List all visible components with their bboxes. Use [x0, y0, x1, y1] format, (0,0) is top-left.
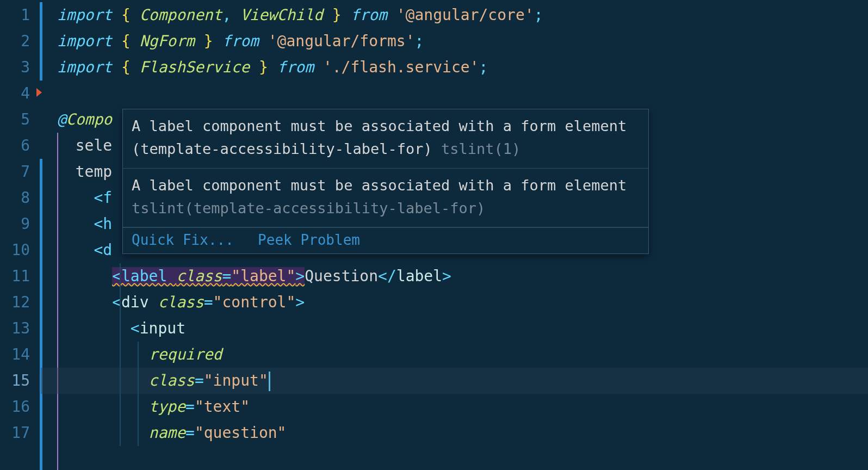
line-number: 4 — [0, 81, 41, 107]
code-line[interactable]: class="input" — [41, 368, 868, 394]
line-number: 10 — [0, 237, 41, 263]
quick-fix-link[interactable]: Quick Fix... — [132, 232, 234, 248]
code-line[interactable]: import { Component, ViewChild } from '@a… — [41, 2, 868, 28]
line-number: 9 — [0, 211, 41, 237]
code-line[interactable]: <label class="label">Question</label> — [41, 263, 868, 289]
diagnostic-message: A label component must be associated wit… — [123, 169, 648, 228]
code-line[interactable]: import { FlashService } from './flash.se… — [41, 54, 868, 81]
lint-warning-span[interactable]: <label class="label"> — [112, 267, 305, 286]
line-number: 6 — [0, 133, 41, 159]
code-line[interactable] — [41, 81, 868, 107]
line-number: 2 — [0, 28, 41, 54]
code-line[interactable]: <input — [41, 316, 868, 342]
code-line[interactable]: type="text" — [41, 394, 868, 420]
code-line[interactable]: <div class="control"> — [41, 289, 868, 316]
code-line[interactable]: import { NgForm } from '@angular/forms'; — [41, 28, 868, 54]
line-number: 17 — [0, 420, 41, 446]
line-number: 13 — [0, 316, 41, 342]
diagnostic-hover: A label component must be associated wit… — [122, 109, 649, 254]
line-number: 5 — [0, 107, 41, 133]
line-number: 11 — [0, 263, 41, 289]
line-number: 15 — [0, 368, 41, 394]
line-number: 8 — [0, 185, 41, 211]
line-number: 16 — [0, 394, 41, 420]
line-number: 3 — [0, 54, 41, 81]
peek-problem-link[interactable]: Peek Problem — [258, 232, 360, 248]
line-number: 7 — [0, 159, 41, 185]
line-number: 1 — [0, 2, 41, 28]
diagnostic-actions: Quick Fix... Peek Problem — [123, 227, 648, 253]
line-number: 12 — [0, 289, 41, 316]
code-line[interactable]: name="question" — [41, 420, 868, 446]
code-line[interactable]: required — [41, 342, 868, 368]
line-number: 14 — [0, 342, 41, 368]
diagnostic-message: A label component must be associated wit… — [123, 109, 648, 169]
text-cursor — [269, 372, 270, 391]
line-number-gutter: 1 2 3 4 5 6 7 8 9 10 11 12 13 14 15 16 1… — [0, 0, 41, 470]
